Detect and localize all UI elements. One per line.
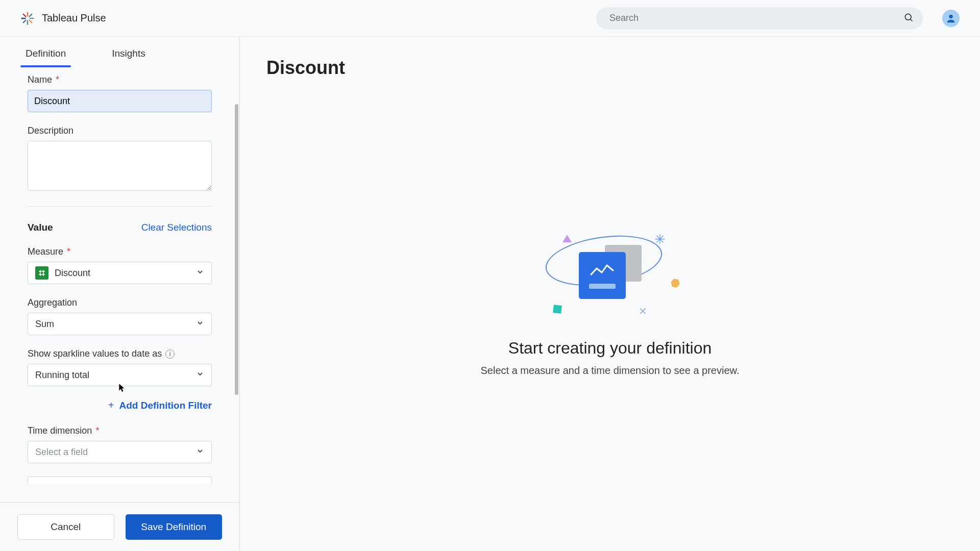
form-scroll: Name * Description Value Clear Selection… (0, 67, 239, 502)
section-divider (28, 206, 212, 207)
chevron-down-icon (196, 268, 204, 279)
info-icon[interactable]: i (165, 349, 175, 359)
user-avatar[interactable] (942, 10, 960, 27)
empty-state-subtitle: Select a measure and a time dimension to… (481, 365, 740, 377)
sparkline-select[interactable]: Running total (28, 364, 212, 386)
cancel-button[interactable]: Cancel (17, 514, 114, 540)
chevron-down-icon (196, 447, 204, 458)
search-wrap (596, 7, 923, 30)
save-definition-button[interactable]: Save Definition (126, 514, 222, 540)
content-area: Discount ✳ ✕ Start creating your definit… (240, 37, 980, 551)
tab-definition[interactable]: Definition (26, 48, 66, 67)
value-section-title: Value (28, 222, 53, 233)
time-dimension-label: Time dimension * (28, 425, 99, 436)
aggregation-value: Sum (35, 319, 54, 330)
empty-state-title: Start creating your definition (508, 339, 712, 358)
sparkline-label: Show sparkline values to date as (28, 348, 162, 359)
page-title: Discount (266, 57, 953, 79)
name-input[interactable] (28, 90, 212, 112)
sparkline-value: Running total (35, 370, 89, 381)
definition-sidebar: Definition Insights Name * Description V… (0, 37, 240, 551)
sidebar-tabs: Definition Insights (0, 37, 239, 67)
tableau-pulse-logo-icon (20, 11, 35, 26)
time-dimension-select[interactable]: Select a field (28, 441, 212, 463)
app-title: Tableau Pulse (42, 12, 106, 24)
aggregation-select[interactable]: Sum (28, 313, 212, 335)
svg-point-10 (949, 14, 952, 18)
svg-line-6 (23, 20, 26, 22)
search-input[interactable] (596, 7, 923, 30)
measure-value: Discount (55, 268, 90, 279)
measure-label: Measure * (28, 246, 70, 257)
scrollbar-thumb[interactable] (235, 104, 238, 395)
svg-line-5 (30, 20, 32, 22)
description-textarea[interactable] (28, 141, 212, 191)
partial-select-peek[interactable] (28, 477, 212, 484)
plus-icon: + (108, 399, 114, 411)
tab-insights[interactable]: Insights (112, 48, 145, 67)
aggregation-label: Aggregation (28, 297, 77, 308)
sidebar-footer: Cancel Save Definition (0, 502, 239, 551)
measure-field-icon (35, 266, 48, 280)
chevron-down-icon (196, 319, 204, 330)
add-definition-filter[interactable]: + Add Definition Filter (28, 399, 212, 411)
time-dimension-placeholder: Select a field (35, 447, 88, 458)
name-label: Name * (28, 74, 59, 85)
clear-selections-link[interactable]: Clear Selections (141, 222, 212, 233)
app-header: Tableau Pulse (0, 0, 980, 37)
empty-state: ✳ ✕ Start creating your definition Selec… (266, 232, 953, 377)
svg-line-4 (23, 14, 26, 16)
empty-state-illustration-icon: ✳ ✕ (536, 232, 684, 318)
chevron-down-icon (196, 370, 204, 381)
measure-select[interactable]: Discount (28, 262, 212, 284)
description-label: Description (28, 126, 74, 136)
svg-line-7 (30, 14, 32, 16)
